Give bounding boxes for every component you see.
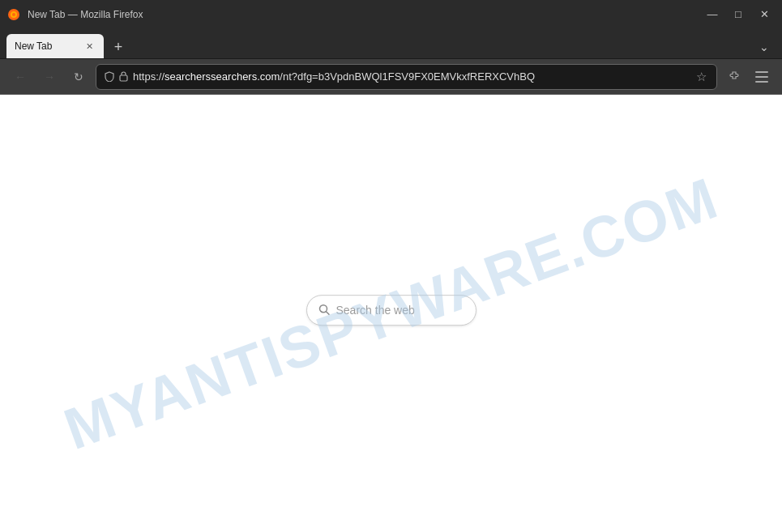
tab-list-button[interactable]: ⌄ <box>753 36 776 58</box>
lock-icon <box>119 71 128 82</box>
forward-button[interactable]: → <box>37 65 62 89</box>
new-tab-button[interactable]: + <box>107 36 130 58</box>
url-bar[interactable]: https://searcherssearchers.com/nt?dfg=b3… <box>96 64 717 90</box>
title-bar: New Tab — Mozilla Firefox — □ ✕ <box>0 0 782 28</box>
nav-bar: ← → ↻ https://searcherssearchers.com/nt?… <box>0 59 782 95</box>
refresh-button[interactable]: ↻ <box>66 65 91 89</box>
url-domain: searcherssearchers.com <box>165 70 280 83</box>
title-bar-controls: — □ ✕ <box>701 3 776 26</box>
maximize-button[interactable]: □ <box>727 3 750 26</box>
nav-right-icons <box>722 65 774 89</box>
tab-bar-right: ⌄ <box>753 36 776 58</box>
firefox-icon <box>6 7 21 22</box>
window-title: New Tab — Mozilla Firefox <box>28 9 143 20</box>
menu-button[interactable] <box>750 65 774 89</box>
active-tab[interactable]: New Tab ✕ <box>6 34 104 58</box>
svg-line-8 <box>326 311 329 314</box>
main-content: MYANTISPYWARE.COM Search the web <box>0 95 782 532</box>
search-box[interactable]: Search the web <box>306 295 476 326</box>
extensions-button[interactable] <box>722 65 746 89</box>
minimize-button[interactable]: — <box>701 3 724 26</box>
svg-rect-5 <box>755 76 768 78</box>
search-icon <box>318 304 330 317</box>
tab-title: New Tab <box>15 40 78 52</box>
back-button[interactable]: ← <box>8 65 32 89</box>
url-text: https://searcherssearchers.com/nt?dfg=b3… <box>133 70 690 83</box>
tab-close-button[interactable]: ✕ <box>83 40 96 53</box>
tab-bar: New Tab ✕ + ⌄ <box>0 28 782 59</box>
search-placeholder: Search the web <box>336 304 415 317</box>
svg-rect-6 <box>755 81 768 83</box>
close-button[interactable]: ✕ <box>753 3 776 26</box>
svg-rect-3 <box>120 75 127 81</box>
bookmark-star-button[interactable]: ☆ <box>694 68 708 86</box>
svg-rect-4 <box>755 71 768 73</box>
svg-point-2 <box>12 13 15 16</box>
search-container: Search the web <box>306 295 476 326</box>
title-bar-left: New Tab — Mozilla Firefox <box>6 7 143 22</box>
shield-icon <box>105 71 114 82</box>
